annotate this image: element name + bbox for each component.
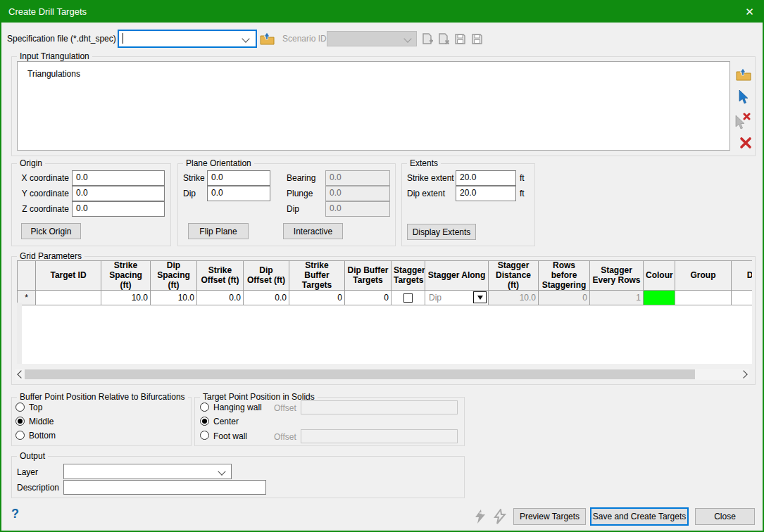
create-drill-targets-dialog: Create Drill Targets ✕ Specification fil… <box>0 0 764 532</box>
open-spec-folder-icon[interactable] <box>260 32 275 45</box>
strike-extent-field[interactable]: 20.0 <box>456 170 516 186</box>
foot-wall-radio-label[interactable]: Foot wall <box>213 431 247 441</box>
help-icon[interactable]: ? <box>11 507 19 521</box>
strike-field[interactable]: 0.0 <box>207 170 270 186</box>
scroll-right-icon[interactable] <box>739 370 747 378</box>
stagger-along-value: Dip <box>427 293 442 303</box>
column-header-dip-buffer: Dip Buffer Targets <box>345 261 392 291</box>
preview-targets-button[interactable]: Preview Targets <box>513 508 586 525</box>
bearing-label: Bearing <box>287 173 315 183</box>
extents-group-label: Extents <box>407 158 441 169</box>
stagger-along-dropdown-button[interactable] <box>473 291 487 303</box>
strike-extent-label: Strike extent <box>407 173 454 183</box>
scroll-left-icon[interactable] <box>17 370 25 378</box>
stagger-distance-cell: 10.0 <box>489 291 539 305</box>
y-coordinate-label: Y coordinate <box>15 189 69 198</box>
description-field[interactable] <box>63 480 266 495</box>
grid-horizontal-scrollbar[interactable] <box>15 369 749 380</box>
x-coordinate-field[interactable]: 0.0 <box>72 170 165 186</box>
column-header <box>18 261 36 291</box>
column-header-strike-offset: Strike Offset (ft) <box>197 261 244 291</box>
apply-bolt-outline-icon <box>493 509 507 524</box>
column-header-rows-before: Rows before Staggering <box>539 261 590 291</box>
save-and-create-targets-button[interactable]: Save and Create Targets <box>590 507 689 526</box>
bottom-radio-label[interactable]: Bottom <box>29 431 56 441</box>
column-header-colour: Colour <box>644 261 675 291</box>
layer-combobox[interactable] <box>63 464 232 479</box>
stagger-targets-cell[interactable] <box>392 291 425 305</box>
z-coordinate-field[interactable]: 0.0 <box>72 201 165 217</box>
plane-orientation-group-label: Plane Orientation <box>183 158 254 169</box>
top-radio[interactable] <box>15 403 25 412</box>
description-label: Description <box>17 483 59 493</box>
new-scenario-icon <box>422 33 433 44</box>
dip-extent-field[interactable]: 20.0 <box>456 186 516 201</box>
bearing-field: 0.0 <box>325 170 390 186</box>
hanging-wall-radio[interactable] <box>200 403 209 412</box>
dip-extent-label: Dip extent <box>407 189 445 198</box>
strike-buffer-cell[interactable]: 0 <box>289 291 345 305</box>
grid-new-row[interactable]: * 10.0 10.0 0.0 0.0 0 0 Dip 10.0 0 1 <box>18 291 753 305</box>
dip-buffer-cell[interactable]: 0 <box>345 291 392 305</box>
pick-origin-button[interactable]: Pick Origin <box>21 223 81 239</box>
select-triangulation-cursor-icon[interactable] <box>739 90 750 104</box>
dip-field[interactable]: 0.0 <box>207 186 270 201</box>
close-button[interactable]: Close <box>695 508 755 525</box>
scrollbar-thumb[interactable] <box>25 369 695 379</box>
load-triangulation-folder-icon[interactable] <box>736 67 751 81</box>
stagger-along-cell[interactable]: Dip <box>425 291 489 305</box>
dc-cell[interactable] <box>732 291 753 305</box>
grid-row-header-strip <box>17 303 22 364</box>
column-header-stagger-every: Stagger Every Rows <box>590 261 644 291</box>
dip-offset-cell[interactable]: 0.0 <box>244 291 289 305</box>
stagger-every-cell: 1 <box>590 291 644 305</box>
dip-label: Dip <box>183 189 203 198</box>
chevron-down-icon[interactable] <box>242 34 249 42</box>
strike-extent-unit: ft <box>520 173 525 183</box>
foot-wall-radio[interactable] <box>200 431 209 440</box>
middle-radio-label[interactable]: Middle <box>29 417 54 426</box>
scenario-id-label: Scenario ID <box>282 34 327 44</box>
delete-scenario-icon <box>438 33 449 44</box>
column-header-dip-spacing: Dip Spacing (ft) <box>151 261 197 291</box>
group-cell[interactable] <box>675 291 732 305</box>
interactive-button[interactable]: Interactive <box>283 223 343 239</box>
deselect-triangulation-cursor-icon[interactable] <box>735 113 752 129</box>
strike-spacing-cell[interactable]: 10.0 <box>101 291 151 305</box>
display-extents-button[interactable]: Display Extents <box>407 224 476 240</box>
output-group-label: Output <box>17 451 48 462</box>
dip2-label: Dip <box>287 204 299 214</box>
save-scenario-icon <box>471 33 482 44</box>
column-header-target-id: Target ID <box>36 261 101 291</box>
foot-offset-field <box>301 429 458 443</box>
middle-radio[interactable] <box>15 417 25 426</box>
remove-triangulation-icon[interactable] <box>739 137 752 149</box>
target-id-cell[interactable] <box>36 291 101 305</box>
title-bar[interactable]: Create Drill Targets ✕ <box>1 1 764 23</box>
y-coordinate-field[interactable]: 0.0 <box>72 186 165 201</box>
triangulation-list[interactable]: Triangulations <box>17 61 730 151</box>
spec-file-combobox[interactable] <box>118 30 257 48</box>
triangulation-root-item[interactable]: Triangulations <box>27 69 80 79</box>
z-coordinate-label: Z coordinate <box>15 204 69 214</box>
colour-cell[interactable] <box>644 291 675 305</box>
column-header-dip-offset: Dip Offset (ft) <box>244 261 289 291</box>
chevron-down-icon[interactable] <box>218 467 225 475</box>
column-header-dc: Dc <box>732 261 753 291</box>
bottom-radio[interactable] <box>15 431 25 440</box>
layer-label: Layer <box>17 467 38 477</box>
top-radio-label[interactable]: Top <box>29 403 42 412</box>
dip-spacing-cell[interactable]: 10.0 <box>151 291 197 305</box>
chevron-down-icon <box>403 34 411 42</box>
foot-offset-label: Offset <box>274 432 296 442</box>
column-header-group: Group <box>675 261 732 291</box>
close-icon[interactable]: ✕ <box>734 1 764 23</box>
hanging-wall-radio-label[interactable]: Hanging wall <box>213 403 262 412</box>
center-radio-label[interactable]: Center <box>213 417 239 426</box>
flip-plane-button[interactable]: Flip Plane <box>188 223 249 239</box>
strike-offset-cell[interactable]: 0.0 <box>197 291 244 305</box>
stagger-targets-checkbox[interactable] <box>403 293 413 303</box>
origin-group-label: Origin <box>17 158 45 169</box>
center-radio[interactable] <box>200 417 209 426</box>
grid-parameters-table[interactable]: Target ID Strike Spacing (ft) Dip Spacin… <box>17 260 752 364</box>
